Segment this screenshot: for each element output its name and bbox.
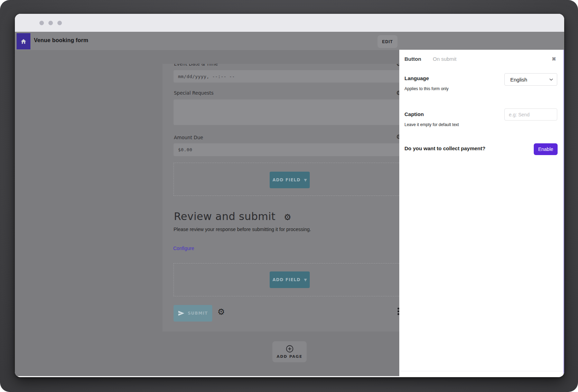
caption-label: Caption xyxy=(404,111,424,117)
add-field-label: ADD FIELD xyxy=(272,178,300,182)
panel-footer-divider xyxy=(399,371,563,371)
plus-circle-icon xyxy=(286,345,293,353)
enable-payment-button[interactable]: Enable xyxy=(534,143,558,155)
field-label: Event Date & Time xyxy=(174,64,218,67)
page-title: Venue booking form xyxy=(34,37,88,44)
home-icon xyxy=(20,38,27,45)
section-description: Please review your response before submi… xyxy=(174,227,311,232)
language-value: English xyxy=(510,77,527,83)
app-header: Venue booking form EDIT xyxy=(15,32,564,50)
submit-button[interactable]: SUBMIT xyxy=(174,305,212,322)
configure-link[interactable]: Configure xyxy=(173,246,194,251)
caption-input[interactable] xyxy=(504,108,557,121)
add-page-label: ADD PAGE xyxy=(277,354,302,359)
add-field-button[interactable]: ADD FIELD ▼ xyxy=(270,271,310,288)
send-icon xyxy=(178,310,185,316)
add-page-button[interactable]: ADD PAGE xyxy=(272,341,307,362)
window-dot xyxy=(39,21,44,25)
home-button[interactable] xyxy=(17,33,30,49)
caret-down-icon: ▼ xyxy=(304,278,307,282)
field-label: Amount Due xyxy=(174,135,203,140)
window-dot xyxy=(57,21,62,25)
form-page: Event Date & Time ⚙ mm/dd/yyyy, --:-- --… xyxy=(162,64,408,332)
tab-on-submit[interactable]: On submit xyxy=(433,56,456,62)
payment-question: Do you want to collect payment? xyxy=(404,145,485,151)
window-dot xyxy=(48,21,53,25)
caret-down-icon: ▼ xyxy=(304,178,307,182)
amount-due-input[interactable]: $0.00 xyxy=(174,143,404,156)
close-icon[interactable]: ✖ xyxy=(552,56,556,62)
special-requests-textarea[interactable] xyxy=(174,99,404,125)
date-time-value: mm/dd/yyyy, --:-- -- xyxy=(178,74,235,79)
language-select[interactable]: English xyxy=(504,73,557,86)
caption-help: Leave it empty for default text xyxy=(404,122,459,127)
amount-due-value: $0.00 xyxy=(178,147,192,152)
tab-button[interactable]: Button xyxy=(404,56,421,62)
section-heading-text: Review and submit xyxy=(174,210,276,222)
screenshot-frame: Venue booking form EDIT Event Date & Tim… xyxy=(0,0,578,392)
gear-icon[interactable]: ⚙ xyxy=(284,212,291,222)
chevron-down-icon xyxy=(549,78,553,81)
language-label: Language xyxy=(404,75,429,81)
section-heading: Review and submit ⚙ xyxy=(174,210,291,222)
date-time-input[interactable]: mm/dd/yyyy, --:-- -- xyxy=(174,70,404,83)
app-area-dimmed: Venue booking form EDIT Event Date & Tim… xyxy=(15,32,564,376)
language-help: Applies to this form only xyxy=(404,86,448,91)
edit-button[interactable]: EDIT xyxy=(377,35,398,48)
browser-window: Venue booking form EDIT Event Date & Tim… xyxy=(15,14,564,377)
submit-label: SUBMIT xyxy=(188,311,208,316)
add-field-button[interactable]: ADD FIELD ▼ xyxy=(270,172,310,188)
field-label: Special Requests xyxy=(174,90,214,96)
window-titlebar xyxy=(15,14,564,32)
gear-icon[interactable]: ⚙ xyxy=(217,308,225,316)
button-settings-panel: Button On submit ✖ Language English Appl… xyxy=(399,50,564,376)
add-field-label: ADD FIELD xyxy=(272,277,300,282)
